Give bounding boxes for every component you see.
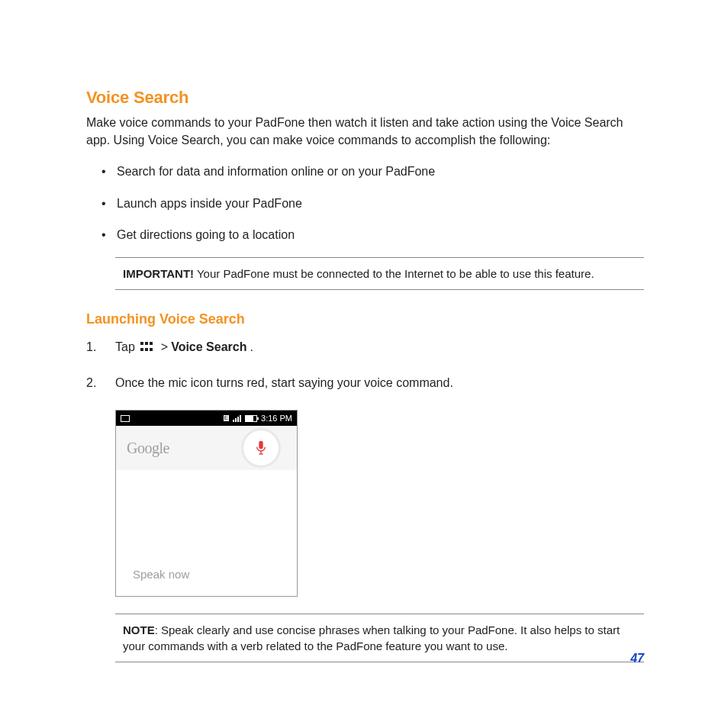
- list-item: Get directions going to a location: [101, 226, 644, 243]
- speak-prompt-area: Speak now: [116, 470, 297, 596]
- feature-list: Search for data and information online o…: [86, 163, 644, 243]
- intro-text: Make voice commands to your PadFone then…: [86, 114, 644, 149]
- step-item: Once the mic icon turns red, start sayin…: [86, 374, 644, 391]
- microphone-icon: [255, 440, 267, 456]
- speak-prompt: Speak now: [133, 568, 189, 581]
- note-label: NOTE: [123, 623, 155, 636]
- gallery-icon: [121, 415, 130, 422]
- apps-grid-icon: [140, 342, 156, 353]
- section-heading: Voice Search: [86, 88, 644, 108]
- note-callout: NOTE: Speak clearly and use concise phra…: [115, 614, 644, 662]
- important-callout: IMPORTANT! Your PadFone must be connecte…: [115, 257, 644, 290]
- svg-rect-0: [259, 441, 263, 449]
- google-logo: Google: [127, 440, 169, 457]
- list-item: Search for data and information online o…: [101, 163, 644, 180]
- status-bar: E 3:16 PM: [116, 411, 297, 426]
- step-item: Tap > Voice Search.: [86, 338, 644, 356]
- subsection-heading: Launching Voice Search: [86, 311, 644, 327]
- step-separator: >: [161, 338, 168, 356]
- signal-icon: [233, 414, 241, 422]
- steps-list: Tap > Voice Search. Once the mic icon tu…: [86, 338, 644, 391]
- search-header: Google: [116, 426, 297, 470]
- battery-icon: [245, 415, 257, 422]
- page-number: 47: [630, 652, 644, 665]
- clock: 3:16 PM: [261, 414, 292, 423]
- important-label: IMPORTANT!: [123, 267, 194, 280]
- app-screenshot: E 3:16 PM Google Speak now: [115, 410, 298, 597]
- important-text: Your PadFone must be connected to the In…: [194, 267, 594, 280]
- edge-network-icon: E: [224, 415, 229, 421]
- step-text: Tap: [115, 338, 135, 356]
- note-text: : Speak clearly and use concise phrases …: [123, 623, 620, 652]
- list-item: Launch apps inside your PadFone: [101, 195, 644, 212]
- step-suffix: .: [250, 338, 253, 356]
- mic-button[interactable]: [243, 430, 279, 465]
- step-bold: Voice Search: [171, 338, 246, 356]
